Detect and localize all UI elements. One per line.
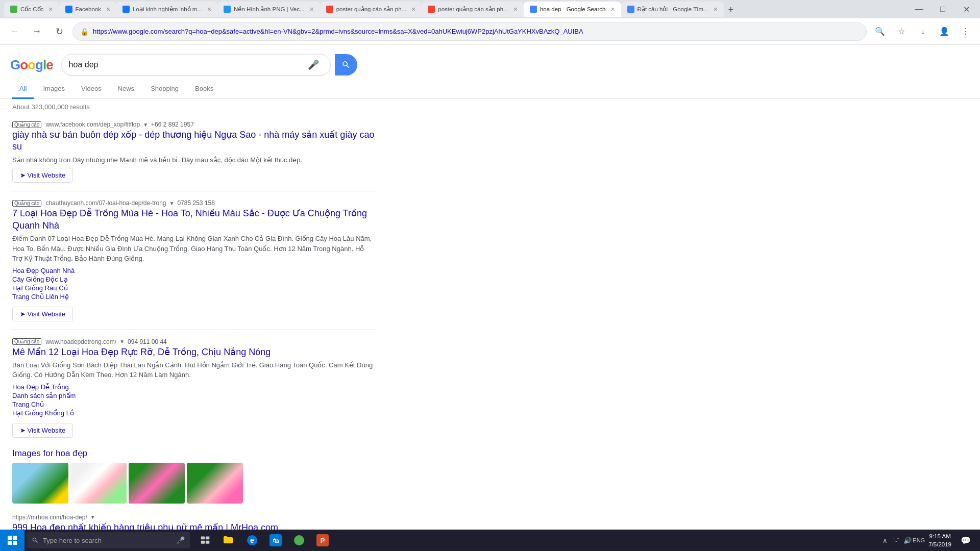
tray-volume-icon[interactable]: 🔊 (903, 536, 912, 545)
result-sublink-1[interactable]: Hoa Đẹp Dễ Trồng (12, 383, 376, 391)
tab-3[interactable]: Loại kinh nghiệm 'nhỏ m... × (116, 2, 217, 17)
divider (12, 330, 376, 330)
bookmark-button[interactable]: ☆ (892, 22, 911, 41)
tab-google-search[interactable]: hoa dep - Google Search × (524, 2, 621, 17)
back-button[interactable]: ← (5, 22, 23, 41)
tab-close-button[interactable]: × (106, 6, 110, 13)
result-sublink-3[interactable]: Hạt Giống Rau Củ (12, 284, 376, 292)
image-thumb-1[interactable] (12, 463, 68, 504)
address-text: https://www.google.com/search?q=hoa+dep&… (93, 28, 859, 35)
svg-rect-5 (206, 537, 210, 540)
new-tab-button[interactable]: + (724, 3, 738, 17)
tab-8[interactable]: Đặt câu hỏi - Google Tìm... × (621, 2, 724, 17)
result-url: chauthuycanh.com/07-loai-hoa-dep/de-tron… (45, 199, 166, 207)
result-arrow[interactable]: ▼ (119, 339, 125, 344)
search-box: 🎤 (61, 54, 331, 76)
logo-r: o (20, 57, 28, 72)
microphone-icon[interactable]: 🎤 (308, 59, 319, 70)
image-thumb-2[interactable] (70, 463, 127, 504)
result-url-row: Quảng cáo www.hoadepdetrong.com/ ▼ 094 9… (12, 338, 376, 345)
result-arrow[interactable]: ▼ (169, 201, 175, 206)
taskbar-icon-powerpoint[interactable]: P (311, 530, 334, 551)
tab-favicon (428, 6, 435, 13)
logo-b: G (10, 57, 20, 72)
tab-label: Cốc Cốc (20, 6, 43, 13)
tray-language-icon[interactable]: ENG (914, 536, 923, 545)
result-title[interactable]: Mê Mẩn 12 Loại Hoa Đẹp Rực Rỡ, Dễ Trồng,… (12, 346, 376, 358)
tab-facebook[interactable]: Facebook × (59, 2, 117, 17)
notification-button[interactable]: 💬 (957, 530, 975, 551)
result-title[interactable]: 999 Hoa đẹp nhất khiến hàng triệu phụ nữ… (12, 522, 376, 530)
svg-text:🛍: 🛍 (273, 537, 279, 544)
result-sublink-1[interactable]: Hoa Đẹp Quanh Nhà (12, 267, 376, 274)
close-button[interactable]: ✕ (954, 0, 978, 18)
minimize-button[interactable]: ― (908, 0, 931, 18)
svg-text:P: P (321, 537, 325, 544)
images-section-title[interactable]: Images for hoa đẹp (12, 448, 376, 459)
tray-network-icon[interactable] (892, 536, 901, 545)
tab-close-button[interactable]: × (513, 6, 518, 13)
image-thumb-3[interactable] (129, 463, 185, 504)
tray-clock[interactable]: 9:15 AM 7/5/2019 (925, 532, 954, 548)
search-input[interactable] (69, 60, 308, 69)
taskbar-icon-task-view[interactable] (194, 530, 216, 551)
visit-website-button[interactable]: ➤ Visit Website (12, 423, 73, 438)
tab-shopping[interactable]: Shopping (143, 80, 186, 99)
tab-5[interactable]: poster quảng cáo sản ph... × (320, 2, 422, 17)
results-count: About 323,000,000 results (0, 99, 980, 115)
taskbar-search[interactable]: Type here to search 🎤 (27, 532, 190, 548)
tab-books[interactable]: Books (188, 80, 220, 99)
result-sublinks: Hoa Đẹp Quanh Nhà Cây Giống Độc Lạ Hạt G… (12, 267, 376, 300)
tab-all[interactable]: All (12, 80, 34, 99)
result-title[interactable]: 7 Loại Hoa Đẹp Dễ Trồng Mùa Hè - Hoa To,… (12, 208, 376, 232)
menu-button[interactable]: ⋮ (957, 22, 975, 41)
tab-label: hoa dep - Google Search (540, 6, 606, 12)
result-sublink-2[interactable]: Cây Giống Độc Lạ (12, 276, 376, 283)
result-title[interactable]: giày nhà sư bán buôn dép xốp - dép thươn… (12, 129, 376, 153)
result-arrow[interactable]: ▼ (143, 122, 148, 128)
tab-4[interactable]: Nền Hình ảnh PNG | Vec... × (217, 2, 320, 17)
address-bar[interactable]: 🔒 https://www.google.com/search?q=hoa+de… (72, 22, 867, 41)
maximize-button[interactable]: □ (931, 0, 954, 18)
taskbar-icon-green[interactable] (288, 530, 310, 551)
visit-website-button[interactable]: ➤ Visit Website (12, 168, 73, 183)
tab-close-button[interactable]: × (207, 6, 211, 13)
tab-news[interactable]: News (111, 80, 142, 99)
result-sublink-2[interactable]: Danh sách sản phẩm (12, 392, 376, 399)
forward-button[interactable]: → (28, 22, 46, 41)
tab-images[interactable]: Images (36, 80, 72, 99)
tab-coccoc[interactable]: Cốc Cốc × (4, 2, 59, 17)
taskbar-icon-explorer[interactable] (217, 530, 240, 551)
tab-close-button[interactable]: × (714, 6, 718, 13)
taskbar-icon-store[interactable]: 🛍 (264, 530, 287, 551)
reload-button[interactable]: ↻ (50, 22, 68, 41)
tab-close-button[interactable]: × (48, 6, 53, 13)
tab-close-button[interactable]: × (411, 6, 415, 13)
download-button[interactable]: ↓ (914, 22, 932, 41)
images-row (12, 463, 376, 504)
tab-close-button[interactable]: × (610, 6, 615, 13)
svg-rect-3 (13, 541, 17, 545)
google-logo[interactable]: Google (10, 57, 53, 73)
microphone-icon[interactable]: 🎤 (176, 536, 185, 544)
tray-up-arrow-icon[interactable]: ∧ (880, 536, 890, 545)
tab-close-button[interactable]: × (310, 6, 314, 13)
visit-website-button[interactable]: ➤ Visit Website (12, 307, 73, 321)
zoom-button[interactable]: 🔍 (871, 22, 889, 41)
result-sublink-3[interactable]: Trang Chủ (12, 400, 376, 408)
search-button[interactable] (335, 54, 357, 76)
tab-videos[interactable]: Videos (74, 80, 109, 99)
tab-6[interactable]: poster quảng cáo sản ph... × (422, 2, 524, 17)
tab-favicon (326, 6, 333, 13)
result-sublink-4[interactable]: Hạt Giống Khổng Lồ (12, 409, 376, 417)
taskbar-icon-edge[interactable]: e (241, 530, 263, 551)
lock-icon: 🔒 (80, 28, 89, 36)
logo-g: o (28, 57, 35, 72)
result-sublink-4[interactable]: Trang Chủ Liên Hệ (12, 293, 376, 300)
start-button[interactable] (0, 530, 24, 551)
result-arrow[interactable]: ▼ (90, 514, 95, 520)
search-box-container: 🎤 (61, 54, 357, 76)
result-url: www.facebook.com/dep_xop/fitflop (45, 121, 140, 128)
profile-button[interactable]: 👤 (935, 22, 953, 41)
image-thumb-4[interactable] (187, 463, 243, 504)
